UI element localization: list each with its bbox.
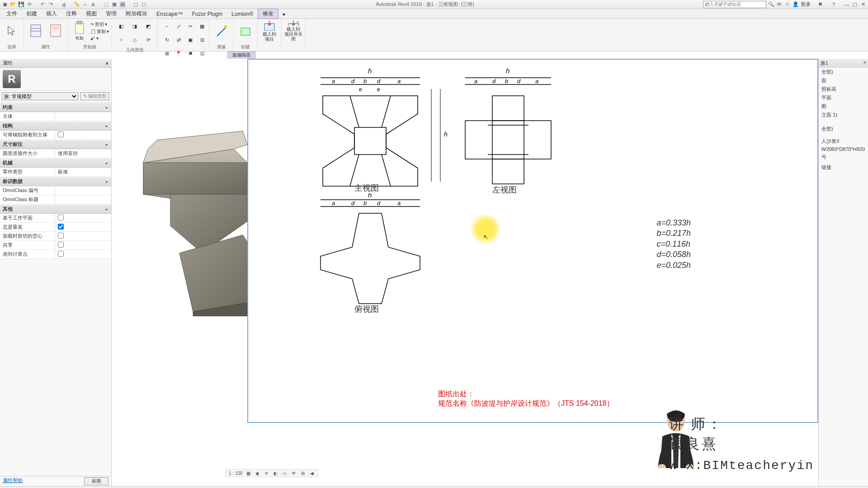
create-button[interactable] [236, 20, 255, 42]
vc-detail-icon[interactable]: ▦ [245, 470, 252, 476]
vc-shadow-icon[interactable]: ◐ [273, 470, 279, 476]
window-icon[interactable]: ▢ [132, 1, 139, 8]
mod-btn-4[interactable]: ▦ [196, 20, 208, 33]
menu-item-修改[interactable]: 修改 [258, 9, 278, 19]
browser-item[interactable]: 立面 1) [819, 111, 868, 119]
measure-button[interactable] [212, 20, 231, 42]
restore-icon[interactable]: ▢ [852, 1, 858, 8]
prop-checkbox[interactable] [58, 251, 64, 257]
browser-item[interactable]: 链接 [819, 163, 868, 172]
vc-reveal-icon[interactable]: ⊞ [300, 470, 306, 476]
mod-btn-1[interactable]: ↔ [160, 20, 173, 33]
prop-checkbox[interactable] [58, 215, 64, 221]
browser-item[interactable]: 面 [819, 76, 868, 85]
dim-icon[interactable]: ↔ [82, 1, 88, 8]
browser-item[interactable]: 号 [819, 153, 868, 161]
close-app-icon[interactable]: ✕ [860, 1, 866, 8]
mod-btn-6[interactable]: ⇄ [172, 33, 185, 46]
browser-item[interactable]: 全部) [819, 125, 868, 133]
geo-btn-4[interactable]: ○ [115, 33, 127, 46]
sync-icon[interactable]: ⟳ [26, 1, 33, 8]
undo-icon[interactable]: ↶ [39, 1, 46, 8]
prop-value[interactable] [55, 214, 111, 222]
geo-btn-1[interactable]: ◧ [115, 20, 127, 33]
section-icon[interactable]: ▦ [111, 1, 118, 8]
browser-item[interactable]: 照标高 [819, 85, 868, 94]
prop-value[interactable] [55, 241, 111, 249]
mod-btn-8[interactable]: ⊟ [196, 33, 208, 46]
prop-checkbox[interactable] [58, 242, 64, 248]
cut-button[interactable]: ✂ 剪切 ▾ [90, 21, 109, 28]
prop-value[interactable] [55, 223, 111, 231]
text-icon[interactable]: A [90, 1, 96, 8]
viewport[interactable]: h a d b d a e e [112, 59, 818, 486]
prop-section-其他[interactable]: 其他⌄ [0, 204, 111, 214]
close-icon[interactable]: ▢ [141, 1, 147, 8]
login-link[interactable]: 登录 [801, 1, 811, 8]
menu-item-附加模块[interactable]: 附加模块 [121, 9, 152, 19]
menu-item-管理[interactable]: 管理 [101, 9, 121, 19]
properties-help-link[interactable]: 属性帮助 [3, 477, 23, 485]
properties-close-icon[interactable]: × [106, 61, 108, 66]
prop-section-尺寸标注[interactable]: 尺寸标注⌄ [0, 140, 111, 149]
search-icon[interactable]: 🔍 [768, 1, 774, 8]
open-icon[interactable]: 📂 [10, 1, 16, 8]
menu-item-Fuzor Plugin[interactable]: Fuzor Plugin [188, 10, 227, 18]
prop-section-约束[interactable]: 约束⌄ [0, 103, 111, 112]
mod-btn-3[interactable]: ✂ [184, 20, 197, 33]
menu-item-创建[interactable]: 创建 [22, 9, 42, 19]
geo-btn-2[interactable]: ◨ [128, 20, 141, 33]
view3d-icon[interactable]: ⬚ [103, 1, 109, 8]
menu-item-视图[interactable]: 视图 [81, 9, 101, 19]
prop-section-机械[interactable]: 机械⌄ [0, 158, 111, 168]
save-icon[interactable]: 💾 [18, 1, 24, 8]
paste-button[interactable]: 粘贴 [71, 20, 89, 42]
prop-value[interactable] [55, 186, 111, 195]
minimize-icon[interactable]: — [844, 1, 850, 8]
mod-btn-7[interactable]: ▣ [184, 33, 197, 46]
prop-value[interactable] [55, 131, 111, 139]
prop-section-结构[interactable]: 结构⌄ [0, 121, 111, 131]
apply-button[interactable]: 应用 [84, 477, 108, 485]
vc-left-icon[interactable]: ◀ [309, 470, 315, 476]
vc-sun-icon[interactable]: ☀ [264, 470, 270, 476]
prop-value[interactable] [55, 250, 111, 258]
prop-value[interactable]: 使用直径 [55, 149, 111, 158]
browser-item[interactable]: 平面 [819, 94, 868, 102]
vc-visual-icon[interactable]: ◉ [255, 470, 261, 476]
geo-btn-6[interactable]: ⟳ [142, 33, 155, 46]
vc-hide-icon[interactable]: 👁 [291, 470, 297, 476]
menu-item-文件[interactable]: 文件 [2, 9, 22, 19]
prop-checkbox[interactable] [58, 131, 64, 137]
browser-item[interactable]: W2060*D870*H920 [819, 145, 868, 153]
browser-item[interactable]: 全部) [819, 68, 868, 76]
geo-btn-3[interactable]: ◩ [142, 20, 155, 33]
comm-icon[interactable]: ✉ [776, 1, 783, 8]
mod-btn-2[interactable]: ⤢ [172, 20, 185, 33]
properties-button[interactable] [27, 20, 45, 42]
browser-close-icon[interactable]: × [863, 60, 866, 67]
menu-item-Lumion®[interactable]: Lumion® [227, 10, 258, 18]
print-icon[interactable]: 🖨 [61, 1, 67, 8]
copy-button[interactable]: 📋 复制 ▾ [90, 28, 109, 35]
prop-value[interactable]: 标准 [55, 168, 111, 176]
menu-collapse-icon[interactable]: ▸ [278, 10, 290, 18]
plan-icon[interactable]: ▤ [119, 1, 126, 8]
edit-type-button[interactable]: ✎ 编辑类型 [80, 92, 109, 100]
type-selector[interactable]: 族: 常规模型 [2, 92, 78, 100]
app-menu-icon[interactable]: ▣ [2, 1, 8, 8]
scale-label[interactable]: 1 : 100 [229, 471, 243, 476]
user-icon[interactable]: 👤 [793, 1, 799, 8]
select-button[interactable] [3, 20, 21, 42]
browser-item[interactable]: 图 [819, 102, 868, 111]
vc-crop-icon[interactable]: ▭ [282, 470, 288, 476]
mod-btn-5[interactable]: ↻ [160, 33, 173, 46]
prop-value[interactable] [55, 195, 111, 204]
match-button[interactable]: 🖌 ▾ [90, 36, 109, 41]
prop-value[interactable] [55, 112, 111, 121]
geo-btn-5[interactable]: ◇ [128, 33, 141, 46]
help-icon[interactable]: ? [830, 1, 837, 8]
prop-value[interactable] [55, 232, 111, 240]
menu-item-Enscape™[interactable]: Enscape™ [152, 10, 188, 18]
load-project-button[interactable]: 载入到项目 [260, 20, 278, 42]
